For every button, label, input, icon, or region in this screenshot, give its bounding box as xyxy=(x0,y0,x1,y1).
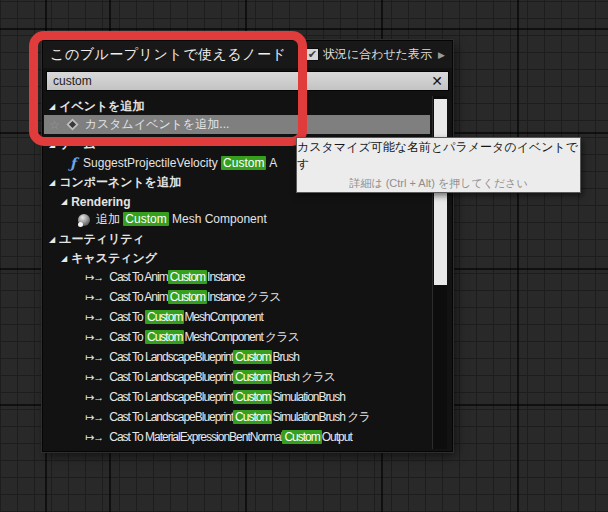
node-label: Cast To MaterialExpressionBentNormalCust… xyxy=(109,430,352,444)
context-sensitive-checkbox[interactable]: ✔ xyxy=(306,48,319,61)
cast-icon: ↦→ xyxy=(85,351,103,364)
node-row[interactable]: ↦→Cast To LandscapeBlueprintCustomBrush xyxy=(44,347,424,367)
category-row[interactable]: ◢イベントを追加 xyxy=(44,98,430,115)
expand-triangle-icon: ◢ xyxy=(49,140,55,149)
node-context-menu: このブループリントで使えるノード ✔ 状況に合わせた表示 ▶ ✕ ◢イベントを追… xyxy=(42,40,453,452)
cast-icon: ↦→ xyxy=(85,411,103,424)
node-row[interactable]: ↦→Cast To CustomMeshComponent クラス xyxy=(44,327,424,347)
node-label: Cast To LandscapeBlueprintCustomBrush xyxy=(109,350,299,364)
context-sensitive-toggle[interactable]: ✔ 状況に合わせた表示 ▶ xyxy=(306,46,445,63)
context-sensitive-label: 状況に合わせた表示 xyxy=(323,46,432,63)
submenu-arrow-icon: ▶ xyxy=(438,50,445,60)
tooltip-title: カスタマイズ可能な名前とパラメータのイベントです xyxy=(297,139,580,173)
category-row[interactable]: ◢Rendering xyxy=(44,193,430,210)
node-label: Cast To LandscapeBlueprintCustomBrush クラ… xyxy=(109,369,335,386)
custom-event-icon xyxy=(66,118,79,131)
expand-triangle-icon: ◢ xyxy=(49,178,55,187)
category-row[interactable]: ◢キャスティング xyxy=(44,250,430,267)
node-label: ユーティリティ xyxy=(59,231,145,248)
node-label: Cast To AnimCustomInstance クラス xyxy=(109,289,280,306)
node-label: Cast To LandscapeBlueprintCustomSimulati… xyxy=(109,409,370,426)
node-label: コンポーネントを追加 xyxy=(59,174,181,191)
cast-icon: ↦→ xyxy=(85,371,103,384)
node-row[interactable]: ↦→Cast To MaterialExpressionBentNormalCu… xyxy=(44,427,424,447)
cast-icon: ↦→ xyxy=(85,331,103,344)
context-menu-titlebar: このブループリントで使えるノード ✔ 状況に合わせた表示 ▶ xyxy=(43,41,452,68)
tooltip-hint: 詳細は (Ctrl + Alt) を押してください xyxy=(349,176,527,191)
search-row: ✕ xyxy=(43,68,452,95)
node-row[interactable]: ↦→Cast To LandscapeBlueprintCustomSimula… xyxy=(44,407,424,427)
node-label: キャスティング xyxy=(71,250,157,267)
panel-title: このブループリントで使えるノード xyxy=(50,46,306,64)
expand-triangle-icon: ◢ xyxy=(49,102,55,111)
cast-icon: ↦→ xyxy=(85,431,103,444)
node-label: カスタムイベントを追加... xyxy=(85,116,230,133)
clear-search-icon[interactable]: ✕ xyxy=(428,72,446,90)
favorite-star-icon[interactable]: ☆ xyxy=(49,118,60,132)
node-label: Rendering xyxy=(71,195,130,209)
node-label: ゲーム xyxy=(59,136,96,153)
expand-triangle-icon: ◢ xyxy=(61,254,67,263)
node-label: Cast To CustomMeshComponent クラス xyxy=(109,329,299,346)
node-row[interactable]: ↦→Cast To AnimCustomInstance クラス xyxy=(44,287,424,307)
node-row[interactable]: 追加 Custom Mesh Component xyxy=(44,210,430,229)
node-row[interactable]: ↦→Cast To AnimCustomInstance xyxy=(44,267,424,287)
tooltip: カスタマイズ可能な名前とパラメータのイベントです 詳細は (Ctrl + Alt… xyxy=(296,137,581,193)
node-row[interactable]: ↦→Cast To LandscapeBlueprintCustomSimula… xyxy=(44,387,424,407)
node-label: Cast To AnimCustomInstance xyxy=(109,270,244,284)
node-label: イベントを追加 xyxy=(59,98,144,115)
function-icon: ƒ xyxy=(70,155,76,171)
search-input[interactable] xyxy=(46,71,449,91)
cast-icon: ↦→ xyxy=(85,391,103,404)
node-row[interactable]: ↦→Cast To MaterialExpressionClearCoatBot… xyxy=(44,447,424,450)
node-row[interactable]: ☆カスタムイベントを追加... xyxy=(44,115,430,134)
node-label: Cast To CustomMeshComponent xyxy=(109,310,263,324)
node-row[interactable]: ↦→Cast To CustomMeshComponent xyxy=(44,307,424,327)
category-row[interactable]: ◢ユーティリティ xyxy=(44,231,430,248)
node-label: SuggestProjectileVelocity Custom A xyxy=(83,156,277,170)
node-row[interactable]: ↦→Cast To LandscapeBlueprintCustomBrush … xyxy=(44,367,424,387)
node-label: 追加 Custom Mesh Component xyxy=(96,211,267,228)
cast-icon: ↦→ xyxy=(85,291,103,304)
expand-triangle-icon: ◢ xyxy=(61,197,67,206)
expand-triangle-icon: ◢ xyxy=(49,235,55,244)
component-icon xyxy=(78,214,90,226)
node-label: Cast To LandscapeBlueprintCustomSimulati… xyxy=(109,390,345,404)
cast-icon: ↦→ xyxy=(85,271,103,284)
cast-icon: ↦→ xyxy=(85,311,103,324)
